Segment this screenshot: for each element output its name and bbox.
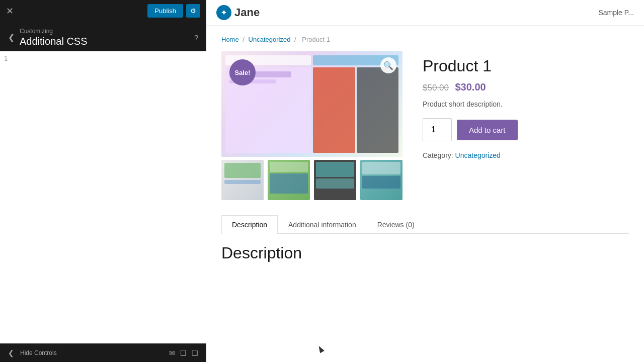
original-price: $50.00 <box>423 83 449 93</box>
short-description: Product short description. <box>423 100 629 108</box>
breadcrumb-home[interactable]: Home <box>221 36 239 43</box>
quantity-input[interactable] <box>423 118 452 141</box>
breadcrumb: Home / Uncategorized / Product 1 <box>221 36 629 43</box>
css-editor[interactable]: 1 <box>0 51 206 343</box>
category-label: Category: <box>423 151 453 159</box>
category-link[interactable]: Uncategorized <box>455 151 501 159</box>
customizer-footer: ❮ Hide Controls ✉ ❑ ❑ <box>0 343 206 362</box>
logo-icon: ✦ <box>216 5 231 20</box>
breadcrumb-sep2: / <box>294 36 296 43</box>
site-logo: ✦ Jane <box>216 5 260 20</box>
back-button[interactable]: ❮ <box>8 33 15 42</box>
thumbnail-1[interactable] <box>221 160 264 200</box>
header-actions: Publish ⚙ <box>147 4 200 18</box>
product-page: ✦ Jane Sample P... Home / Uncategorized … <box>206 0 644 362</box>
customizing-info: Customizing Additional CSS <box>15 28 194 47</box>
thumbnail-2[interactable] <box>268 160 310 200</box>
thumbnail-row <box>221 160 403 200</box>
zoom-icon[interactable]: 🔍 <box>380 57 396 73</box>
sample-page-link[interactable]: Sample P... <box>598 9 634 17</box>
breadcrumb-uncategorized[interactable]: Uncategorized <box>249 36 291 43</box>
tabs-list: Description Additional information Revie… <box>221 215 629 234</box>
product-layout: Sale! 🔍 <box>221 51 629 200</box>
tab-reviews[interactable]: Reviews (0) <box>367 215 425 234</box>
breadcrumb-product: Product 1 <box>302 36 330 43</box>
footer-collapse-button[interactable]: ❮ <box>8 349 14 357</box>
breadcrumb-sep1: / <box>243 36 245 43</box>
customizing-title: Additional CSS <box>20 36 194 47</box>
price-section: $50.00 $30.00 <box>423 81 629 93</box>
product-info: Product 1 $50.00 $30.00 Product short de… <box>423 51 629 159</box>
hide-controls-label: Hide Controls <box>20 349 57 356</box>
logo-text: Jane <box>234 6 260 19</box>
customizer-panel: ✕ Publish ⚙ ❮ Customizing Additional CSS… <box>0 0 206 362</box>
thumbnail-4[interactable] <box>360 160 403 200</box>
thumbnail-3[interactable] <box>314 160 356 200</box>
add-to-cart-row: Add to cart <box>423 118 629 141</box>
gear-button[interactable]: ⚙ <box>186 4 200 18</box>
desktop-icon[interactable]: ❑ <box>180 349 187 357</box>
product-title: Product 1 <box>423 56 629 75</box>
site-header: ✦ Jane Sample P... <box>206 0 644 26</box>
customizing-top: ❮ Customizing Additional CSS ? <box>8 28 198 47</box>
description-title: Description <box>221 244 629 262</box>
tabs-section: Description Additional information Revie… <box>206 215 644 234</box>
add-to-cart-button[interactable]: Add to cart <box>457 120 518 140</box>
email-icon[interactable]: ✉ <box>169 349 175 357</box>
mobile-icon[interactable]: ❑ <box>192 349 198 357</box>
description-section: Description <box>206 234 644 267</box>
customizing-section: ❮ Customizing Additional CSS ? <box>0 22 206 51</box>
customizer-header: ✕ Publish ⚙ <box>0 0 206 22</box>
category-row: Category: Uncategorized <box>423 151 629 159</box>
sale-badge: Sale! <box>229 59 256 85</box>
tab-description[interactable]: Description <box>221 215 278 234</box>
publish-button[interactable]: Publish <box>147 4 183 18</box>
line-number: 1 <box>4 55 8 62</box>
footer-icons: ✉ ❑ ❑ <box>169 349 198 357</box>
help-button[interactable]: ? <box>194 34 198 42</box>
sale-price: $30.00 <box>455 81 486 93</box>
close-button[interactable]: ✕ <box>6 6 14 17</box>
tab-additional-info[interactable]: Additional information <box>278 215 367 234</box>
customizing-label: Customizing <box>20 28 194 35</box>
product-area: Home / Uncategorized / Product 1 Sale! 🔍 <box>206 26 644 200</box>
product-images: Sale! 🔍 <box>221 51 403 200</box>
